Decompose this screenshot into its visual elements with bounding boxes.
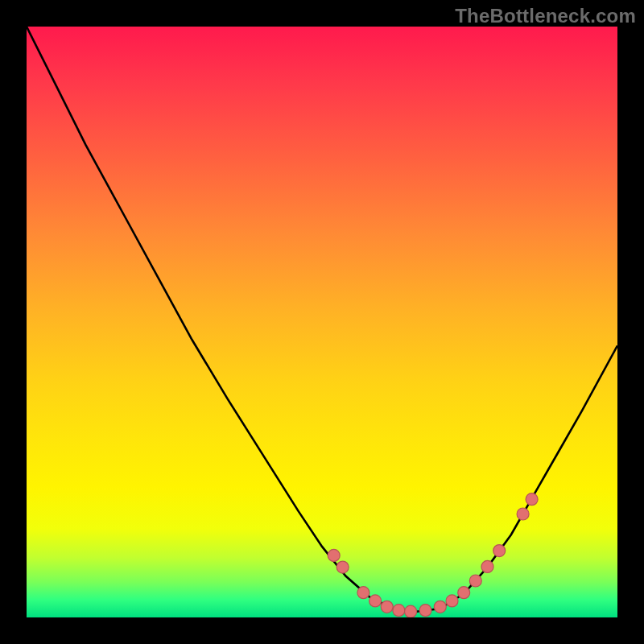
plot-gradient-background [27,27,617,617]
watermark-text: TheBottleneck.com [455,5,636,27]
chart-frame: TheBottleneck.com [0,0,644,644]
